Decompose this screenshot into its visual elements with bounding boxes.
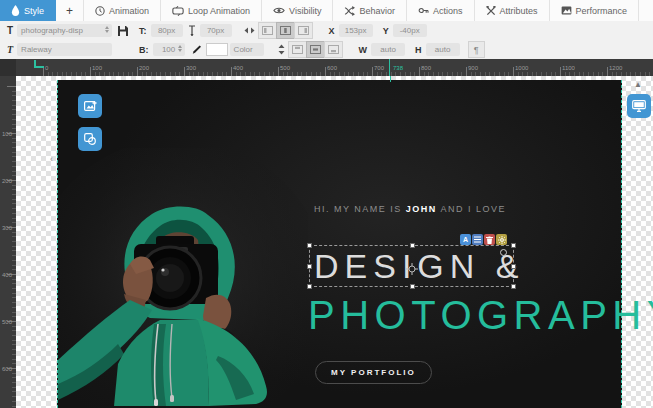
valign-middle-button[interactable] (306, 41, 325, 58)
eyedropper-icon[interactable] (190, 44, 201, 55)
valign-top-button[interactable] (288, 41, 307, 58)
ruler-tick-label: 200 (139, 65, 149, 71)
paragraph-icon: ¶ (474, 45, 479, 55)
horizontal-resize-icon (244, 27, 255, 34)
resize-handle[interactable] (511, 284, 516, 289)
add-tab-button[interactable]: + (56, 0, 84, 21)
ruler-tick-label: 400 (2, 272, 12, 278)
vertical-align-group (289, 41, 343, 58)
tab-label: Behavior (359, 6, 395, 16)
tagline-text[interactable]: HI. MY NAME IS JOHN AND I LOVE (314, 204, 506, 214)
text-action-button[interactable]: A (460, 234, 471, 245)
font-style-select[interactable]: photography-disp (17, 24, 112, 37)
resize-handle[interactable] (511, 264, 516, 269)
resize-handle[interactable] (307, 284, 312, 289)
stepper-arrows-icon[interactable] (105, 26, 109, 33)
resize-handle[interactable] (307, 264, 312, 269)
key-icon (418, 6, 429, 15)
tab-label: Style (24, 6, 44, 16)
ruler-tick-label: 700 (374, 65, 384, 71)
ruler-corner (0, 59, 16, 76)
tab-loop-animation[interactable]: Loop Animation (161, 0, 262, 21)
color-input[interactable]: Color (230, 43, 264, 56)
ruler-tick-label: 900 (468, 65, 478, 71)
collapse-left-icon[interactable]: ‹ (50, 154, 53, 164)
tagline-pre: HI. MY NAME IS (314, 204, 406, 214)
eye-icon (273, 6, 285, 15)
tab-label: Performance (576, 6, 628, 16)
tab-performance[interactable]: Performance (550, 0, 640, 21)
tab-label: Actions (433, 6, 463, 16)
edit-action-button[interactable] (472, 234, 483, 245)
color-swatch[interactable] (206, 43, 228, 56)
vertical-ruler[interactable]: 100200300400500600 (0, 76, 16, 408)
ruler-tick-label: 100 (2, 131, 12, 137)
ruler-tick-label: 200 (2, 178, 12, 184)
crossed-tools-icon (486, 6, 496, 16)
line-height-value: 70px (207, 26, 224, 35)
tab-animation[interactable]: Animation (84, 0, 161, 21)
slides-editor-window: Style + Animation Loop Animation Visibil… (0, 0, 653, 408)
preview-desktop-button[interactable] (627, 94, 651, 118)
tab-actions[interactable]: Actions (407, 0, 475, 21)
tab-bar: Style + Animation Loop Animation Visibil… (0, 0, 653, 22)
add-shape-button[interactable] (78, 127, 102, 151)
stepper-arrows-icon[interactable] (178, 45, 182, 52)
height-input[interactable]: auto (426, 43, 460, 56)
align-right-button[interactable] (294, 22, 313, 39)
font-weight-input[interactable]: 100 (153, 43, 185, 56)
ruler-tick-label: 1000 (515, 65, 528, 71)
x-position-input[interactable]: 153px (339, 24, 373, 37)
inspector-row-font: T Raleway B: 100 Color W auto H auto ¶ (0, 40, 653, 60)
valign-bottom-button[interactable] (324, 41, 343, 58)
line-height-icon (188, 25, 196, 37)
headline-photography[interactable]: PHOTOGRAPHY (308, 293, 653, 338)
font-style-label: T (7, 25, 13, 36)
collapse-up-icon[interactable]: ▲ (634, 80, 642, 89)
selected-text-element[interactable]: DESIGN & (309, 245, 514, 287)
design-canvas[interactable]: HI. MY NAME IS JOHN AND I LOVE A DESIGN … (16, 76, 653, 408)
y-position-value: -40px (400, 26, 420, 35)
tab-behavior[interactable]: Behavior (333, 0, 407, 21)
tab-attributes[interactable]: Attributes (475, 0, 550, 21)
behavior-arrows-icon (344, 6, 355, 16)
width-input[interactable]: auto (371, 43, 405, 56)
settings-action-button[interactable] (496, 234, 507, 245)
resize-handle[interactable] (410, 243, 415, 248)
clock-icon (95, 6, 105, 16)
rotate-handle[interactable] (500, 249, 507, 256)
plus-icon: + (66, 4, 73, 18)
align-left-button[interactable] (258, 22, 277, 39)
tab-style[interactable]: Style (0, 0, 56, 21)
save-style-button[interactable] (117, 25, 129, 37)
headline-design[interactable]: DESIGN & (314, 247, 524, 286)
tagline-post: AND I LOVE (437, 204, 506, 214)
paragraph-button[interactable]: ¶ (468, 41, 485, 58)
photographer-photo[interactable] (58, 148, 308, 408)
artboard-slide[interactable]: HI. MY NAME IS JOHN AND I LOVE A DESIGN … (57, 80, 622, 408)
x-position-label: X (329, 26, 335, 36)
height-value: auto (435, 45, 451, 54)
resize-handle[interactable] (410, 284, 415, 289)
tab-label: Attributes (500, 6, 538, 16)
ruler-tick-label: 500 (2, 319, 12, 325)
add-media-button[interactable] (78, 94, 102, 118)
ruler-tick-label: 400 (233, 65, 243, 71)
line-height-input[interactable]: 70px (200, 24, 232, 37)
y-position-label: Y (383, 26, 389, 36)
align-center-button[interactable] (276, 22, 295, 39)
font-size-input[interactable]: 80px (151, 24, 183, 37)
delete-action-button[interactable] (484, 234, 495, 245)
tab-visibility[interactable]: Visibility (262, 0, 333, 21)
ruler-tick-label: 600 (327, 65, 337, 71)
my-portfolio-button[interactable]: MY PORTFOLIO (315, 361, 432, 384)
resize-handle[interactable] (511, 243, 516, 248)
y-position-input[interactable]: -40px (393, 24, 427, 37)
ruler-origin-marker (34, 60, 44, 68)
resize-handle[interactable] (307, 243, 312, 248)
font-family-input[interactable]: Raleway (17, 43, 112, 56)
ruler-tick-label: 0 (45, 65, 48, 71)
horizontal-ruler[interactable]: 0100200300400500600700800900100011001200… (16, 59, 653, 76)
image-icon (561, 6, 572, 15)
ruler-tick-label: 500 (280, 65, 290, 71)
